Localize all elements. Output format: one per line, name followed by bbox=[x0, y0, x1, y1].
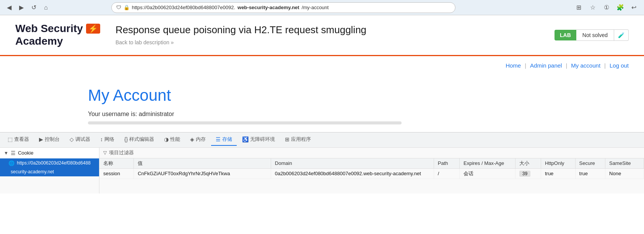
filter-bar: ▽ 项目过滤器 bbox=[99, 148, 644, 158]
expand-arrow: ▼ bbox=[4, 150, 8, 156]
logo-line1: Web Security bbox=[15, 23, 83, 35]
tab-style-editor[interactable]: {} 样式编辑器 bbox=[120, 134, 159, 146]
cookie-table: 名称 值 Domain Path Expires / Max-Age 大小 Ht… bbox=[99, 158, 644, 179]
tab-performance[interactable]: ◑ 性能 bbox=[159, 134, 185, 146]
tab-inspector[interactable]: ⬚ 查看器 bbox=[3, 134, 34, 146]
reload-button[interactable]: ↺ bbox=[29, 3, 38, 12]
puzzle-icon[interactable]: 🧩 bbox=[615, 2, 626, 13]
url-short-text: security-academy.net bbox=[11, 169, 54, 174]
extensions-button[interactable]: ① bbox=[601, 2, 612, 13]
col-header-expires: Expires / Max-Age bbox=[460, 158, 516, 169]
cookie-icon: ☰ bbox=[11, 150, 16, 156]
nav-home[interactable]: Home bbox=[506, 62, 521, 69]
menu-icon[interactable]: ↩ bbox=[629, 2, 639, 13]
accessibility-icon: ♿ bbox=[242, 136, 249, 142]
tab-memory[interactable]: ◈ 内存 bbox=[185, 134, 210, 146]
lock-icon: 🔒 bbox=[124, 5, 130, 10]
style-icon: {} bbox=[124, 136, 128, 142]
browser-chrome: ◀ ▶ ↺ ⌂ 🛡 🔒 https://0a2b006203d24ef080bd… bbox=[0, 0, 644, 15]
filter-icon: ▽ bbox=[103, 150, 107, 155]
col-header-name: 名称 bbox=[99, 158, 134, 169]
col-header-size: 大小 bbox=[515, 158, 541, 169]
shield-icon: 🛡 bbox=[116, 5, 121, 10]
address-url-prefix: https://0a2b006203d24ef080bd6488007e0092… bbox=[132, 5, 235, 10]
tab-application-label: 应用程序 bbox=[291, 136, 311, 143]
storage-panel-body: ▼ ☰ Cookie 🌐 https://0a2b006203d24ef080b… bbox=[0, 148, 644, 194]
tab-storage[interactable]: ☰ 存储 bbox=[211, 134, 237, 146]
cell-httponly: true bbox=[541, 168, 575, 179]
browser-actions: ⊞ ☆ ① 🧩 ↩ bbox=[574, 2, 639, 13]
application-icon: ⊞ bbox=[285, 136, 289, 142]
nav-my-account[interactable]: My account bbox=[571, 62, 600, 69]
address-url-path: /my-account bbox=[302, 5, 329, 10]
tab-memory-label: 内存 bbox=[196, 136, 206, 143]
logo: Web Security ⚡ Academy bbox=[15, 23, 100, 47]
nav-logout[interactable]: Log out bbox=[610, 62, 629, 69]
lab-status: LAB Not solved 🧪 bbox=[555, 29, 629, 41]
lab-title: Response queue poisoning via H2.TE reque… bbox=[115, 24, 539, 36]
col-header-httponly: HttpOnly bbox=[541, 158, 575, 169]
tab-debugger[interactable]: ◇ 调试器 bbox=[65, 134, 95, 146]
storage-main: ▽ 项目过滤器 名称 值 Domain Path Expires / Max-A… bbox=[99, 148, 644, 194]
nav-admin[interactable]: Admin panel bbox=[530, 62, 562, 69]
tab-console[interactable]: ▶ 控制台 bbox=[34, 134, 64, 146]
url-second-line: security-academy.net bbox=[0, 168, 99, 176]
tab-performance-label: 性能 bbox=[170, 136, 180, 143]
back-button[interactable]: ◀ bbox=[5, 3, 14, 12]
cell-expires: 会话 bbox=[460, 168, 516, 179]
main-content: My Account Your username is: administrat… bbox=[0, 75, 644, 132]
back-to-lab-link[interactable]: Back to lab description » bbox=[115, 39, 174, 45]
col-header-secure: Secure bbox=[575, 158, 605, 169]
tab-console-label: 控制台 bbox=[45, 136, 60, 143]
tab-application[interactable]: ⊞ 应用程序 bbox=[280, 134, 315, 146]
col-header-value: 值 bbox=[134, 158, 271, 169]
cell-secure: true bbox=[575, 168, 605, 179]
nav-sep-3: | bbox=[604, 62, 606, 69]
network-icon: ↕ bbox=[100, 136, 103, 142]
lab-info: Response queue poisoning via H2.TE reque… bbox=[115, 24, 539, 46]
debugger-icon: ◇ bbox=[70, 136, 74, 142]
globe-icon: 🌐 bbox=[8, 160, 15, 166]
home-button[interactable]: ⌂ bbox=[41, 3, 50, 12]
cell-name: session bbox=[99, 168, 134, 179]
qr-icon[interactable]: ⊞ bbox=[574, 2, 584, 13]
memory-icon: ◈ bbox=[190, 136, 194, 142]
col-header-domain: Domain bbox=[271, 158, 434, 169]
address-url-domain: web-security-academy.net bbox=[237, 5, 299, 10]
cell-size: 39 bbox=[515, 168, 541, 179]
flask-button[interactable]: 🧪 bbox=[614, 29, 629, 41]
logo-bolt: ⚡ bbox=[86, 24, 100, 34]
tab-style-editor-label: 样式编辑器 bbox=[129, 136, 154, 143]
tab-accessibility[interactable]: ♿ 无障碍环境 bbox=[237, 134, 280, 146]
scroll-indicator bbox=[88, 121, 402, 124]
cookie-label: Cookie bbox=[18, 150, 33, 156]
cell-value: CnFkGZiAUFT0oxRdgYhrNrJ5qHVeTkwa bbox=[134, 168, 271, 179]
forward-button[interactable]: ▶ bbox=[17, 3, 26, 12]
tab-network[interactable]: ↕ 网络 bbox=[96, 134, 119, 146]
not-solved-button[interactable]: Not solved bbox=[576, 29, 614, 41]
table-row[interactable]: session CnFkGZiAUFT0oxRdgYhrNrJ5qHVeTkwa… bbox=[99, 168, 644, 179]
cell-samesite: None bbox=[605, 168, 644, 179]
filter-label: 项目过滤器 bbox=[109, 149, 134, 156]
url-full-text: https://0a2b006203d24ef080bd6488 bbox=[17, 160, 91, 166]
star-icon[interactable]: ☆ bbox=[587, 2, 598, 13]
site-nav: Home | Admin panel | My account | Log ou… bbox=[0, 56, 644, 75]
lab-badge: LAB bbox=[555, 30, 576, 40]
tab-inspector-label: 查看器 bbox=[14, 136, 29, 143]
storage-icon: ☰ bbox=[216, 136, 221, 142]
cookie-url-item[interactable]: 🌐 https://0a2b006203d24ef080bd6488 bbox=[0, 158, 99, 168]
address-bar[interactable]: 🛡 🔒 https://0a2b006203d24ef080bd6488007e… bbox=[111, 2, 455, 13]
devtools-panel: ⬚ 查看器 ▶ 控制台 ◇ 调试器 ↕ 网络 {} 样式编辑器 ◑ 性能 ◈ 内… bbox=[0, 132, 644, 194]
nav-sep-1: | bbox=[525, 62, 526, 69]
inspector-icon: ⬚ bbox=[8, 136, 13, 142]
tab-network-label: 网络 bbox=[104, 136, 114, 143]
logo-line2: Academy bbox=[15, 36, 63, 47]
storage-sidebar: ▼ ☰ Cookie 🌐 https://0a2b006203d24ef080b… bbox=[0, 148, 99, 194]
url-display: https://0a2b006203d24ef080bd6488 bbox=[17, 160, 91, 166]
tab-accessibility-label: 无障碍环境 bbox=[250, 136, 275, 143]
nav-sep-2: | bbox=[566, 62, 567, 69]
tab-storage-label: 存储 bbox=[222, 136, 232, 143]
cookie-tree-item[interactable]: ▼ ☰ Cookie bbox=[0, 148, 99, 158]
cell-path: / bbox=[434, 168, 459, 179]
username-text: Your username is: administrator bbox=[88, 111, 629, 118]
